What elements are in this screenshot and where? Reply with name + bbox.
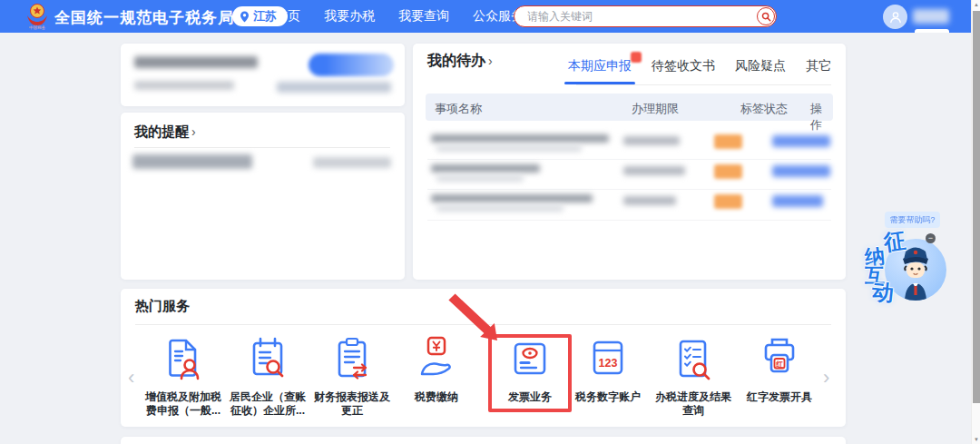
redacted-item-name — [431, 164, 540, 173]
tax-bureau-emblem-icon: 中国税务 — [25, 3, 49, 30]
minimize-assistant-button[interactable]: − — [926, 233, 936, 243]
redacted-item-subtext — [436, 205, 564, 212]
svg-text:中国税务: 中国税务 — [29, 25, 46, 30]
interaction-assistant-button[interactable] — [885, 239, 946, 301]
red-invoice-icon: 红 — [760, 336, 799, 381]
redacted-reminder-text[interactable] — [132, 154, 252, 169]
divider — [134, 147, 390, 148]
page: 中国税务 全国统一规范电子税务局 江苏 首页 我要办税 我要查询 公众服务 地方… — [0, 0, 980, 444]
tax-payment-icon — [416, 336, 456, 381]
invoice-business-icon — [510, 336, 550, 381]
status-badge — [714, 164, 742, 179]
service-label: 办税进度及结果 查询 — [650, 390, 737, 418]
tab-documents-to-sign[interactable]: 待签收文书 — [652, 58, 715, 84]
reminders-title-link[interactable]: 我的提醒› — [134, 123, 196, 141]
notification-badge — [631, 52, 642, 63]
service-label: 居民企业（查账 征收）企业所... — [224, 390, 311, 418]
site-title[interactable]: 全国统一规范电子税务局 — [54, 7, 234, 28]
carousel-next-button[interactable]: › — [823, 369, 829, 387]
my-reminders-card: 我的提醒› — [121, 113, 405, 280]
redacted-identity-text — [277, 82, 391, 93]
redacted-item-name — [431, 134, 609, 143]
redacted-action-links[interactable] — [772, 165, 830, 177]
service-item-red-invoice[interactable]: 红 红字发票开具 — [736, 336, 823, 404]
search-button[interactable] — [757, 7, 775, 25]
divider — [427, 220, 831, 221]
page-scrollbar: ▲ ▼ — [971, 0, 980, 444]
column-item-name: 事项名称 — [435, 101, 482, 117]
nav-item-home[interactable]: 首页 — [275, 8, 300, 25]
taxpayer-info-card — [121, 44, 405, 106]
service-item-financial-report[interactable]: 财务报表报送及 更正 — [309, 336, 396, 418]
redacted-identity-button[interactable] — [309, 54, 394, 76]
status-badge — [714, 134, 742, 149]
redacted-user-name[interactable] — [913, 9, 949, 24]
column-action: 操作 — [810, 101, 833, 133]
todo-title-link[interactable]: 我的待办› — [427, 52, 493, 71]
todo-title: 我的待办 — [427, 53, 485, 68]
assistant-tooltip: 需要帮助吗? — [885, 212, 940, 228]
todo-tabs: 本期应申报 待签收文书 风险疑点 其它 — [568, 58, 831, 84]
vat-surcharge-declaration-icon — [163, 336, 203, 381]
search-input[interactable] — [514, 10, 757, 23]
redacted-deadline — [623, 196, 676, 205]
service-item-resident-enterprise-tax[interactable]: 居民企业（查账 征收）企业所... — [224, 336, 311, 418]
carousel-prev-button[interactable]: ‹ — [128, 369, 134, 387]
service-item-vat-declaration[interactable]: 增值税及附加税 费申报（一般... — [140, 336, 227, 418]
service-item-progress-query[interactable]: 办税进度及结果 查询 — [650, 336, 737, 418]
svg-text:红: 红 — [775, 360, 783, 369]
tab-current-period-declaration[interactable]: 本期应申报 — [568, 58, 632, 84]
my-todo-card: 我的待办› 本期应申报 待签收文书 风险疑点 其它 事项名称 办理期限 标签状态… — [413, 44, 846, 280]
assistant-label-char: 纳 — [864, 242, 887, 271]
digital-account-icon: 123 — [588, 336, 628, 381]
tab-risk-doubts[interactable]: 风险疑点 — [735, 58, 786, 84]
hot-services-title: 热门服务 — [135, 298, 190, 315]
assistant-label-char: 互 — [865, 262, 885, 290]
redacted-deadline — [623, 166, 685, 175]
service-label: 税务数字账户 — [564, 390, 652, 404]
next-section-card — [121, 437, 846, 444]
person-icon — [888, 10, 903, 25]
resident-enterprise-tax-icon — [248, 336, 288, 381]
search-box — [514, 5, 777, 27]
scroll-up-arrow[interactable]: ▲ — [972, 2, 980, 7]
tab-others[interactable]: 其它 — [806, 58, 831, 84]
financial-report-icon — [332, 336, 372, 381]
scrollbar-thumb[interactable] — [973, 11, 980, 403]
chevron-right-icon: › — [191, 124, 196, 139]
reminders-title: 我的提醒 — [134, 123, 189, 139]
scroll-down-arrow[interactable]: ▼ — [972, 437, 980, 442]
redacted-action-links[interactable] — [772, 195, 823, 207]
service-label: 发票业务 — [486, 390, 573, 404]
redacted-taxpayer-name — [134, 56, 258, 68]
service-label: 红字发票开具 — [736, 390, 823, 404]
redacted-item-subtext — [436, 145, 582, 152]
redacted-deadline — [623, 136, 680, 145]
table-row — [426, 192, 833, 216]
service-label: 增值税及附加税 费申报（一般... — [140, 390, 227, 418]
service-item-invoice-business[interactable]: 发票业务 — [486, 336, 573, 404]
progress-query-icon — [673, 336, 713, 381]
service-item-digital-account[interactable]: 123 税务数字账户 — [564, 336, 652, 404]
status-badge — [714, 194, 742, 209]
todo-table-header: 事项名称 办理期限 标签状态 操作 — [426, 94, 833, 121]
svg-text:123: 123 — [599, 357, 618, 370]
redacted-taxpayer-id — [134, 81, 234, 90]
user-menu-indicator — [915, 29, 949, 33]
redacted-action-links[interactable] — [772, 135, 830, 147]
divider — [427, 159, 831, 160]
table-row — [426, 133, 833, 156]
hot-services-card: 热门服务 ‹ › 增值税及附加税 费申报（一般... 居民 — [121, 289, 846, 427]
chevron-right-icon: › — [488, 54, 493, 68]
column-tag-status: 标签状态 — [740, 101, 788, 117]
tax-officer-mascot-icon — [885, 239, 946, 301]
service-label: 财务报表报送及 更正 — [309, 390, 396, 418]
redacted-item-name — [431, 194, 593, 202]
nav-item-query[interactable]: 我要查询 — [398, 8, 449, 25]
nav-item-handle-tax[interactable]: 我要办税 — [324, 8, 375, 25]
column-deadline: 办理期限 — [632, 101, 679, 117]
user-avatar[interactable] — [883, 5, 907, 29]
service-item-tax-payment[interactable]: 税费缴纳 — [393, 336, 480, 404]
service-label: 税费缴纳 — [393, 390, 480, 404]
table-row — [426, 163, 833, 186]
